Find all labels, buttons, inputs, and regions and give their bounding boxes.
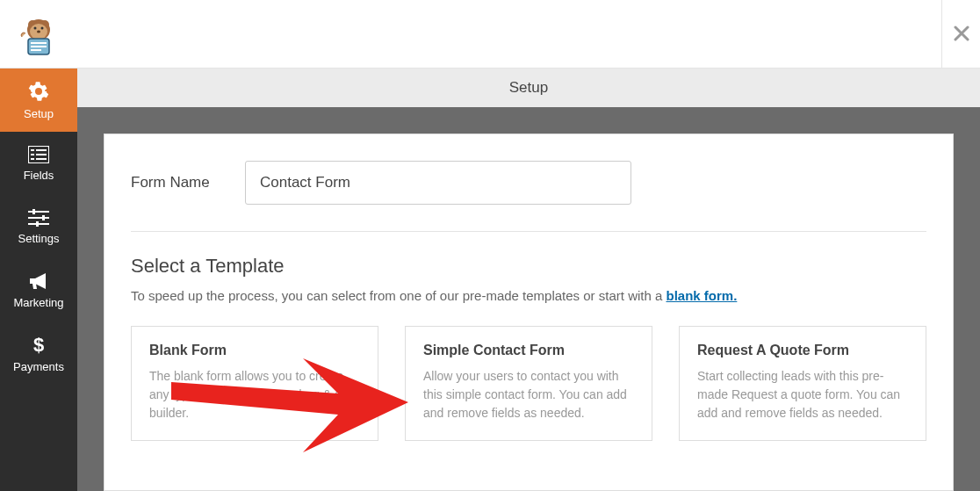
svg-rect-9 — [31, 46, 47, 47]
dollar-icon: $ — [32, 334, 46, 355]
sidebar-item-settings[interactable]: Settings — [0, 195, 77, 258]
sliders-icon — [28, 209, 49, 227]
svg-rect-10 — [31, 49, 41, 51]
svg-rect-23 — [36, 221, 39, 227]
page-title: Setup — [77, 69, 980, 107]
gear-icon — [28, 81, 49, 102]
template-card-title: Blank Form — [149, 343, 360, 358]
form-name-label: Form Name — [131, 174, 219, 191]
svg-point-4 — [34, 26, 37, 29]
template-card-request-quote-form[interactable]: Request A Quote Form Start collecting le… — [679, 326, 926, 441]
template-card-description: The blank form allows you to create any … — [149, 367, 360, 422]
sidebar-item-payments[interactable]: $ Payments — [0, 321, 77, 385]
sidebar-item-label: Payments — [13, 360, 64, 373]
svg-rect-8 — [31, 42, 47, 44]
svg-point-5 — [41, 26, 44, 29]
template-section-description: To speed up the process, you can select … — [131, 288, 926, 303]
svg-rect-14 — [31, 154, 34, 155]
list-icon — [28, 146, 49, 163]
svg-rect-19 — [32, 209, 35, 214]
sidebar-item-label: Setup — [24, 107, 54, 120]
template-section-title: Select a Template — [131, 255, 926, 278]
close-button[interactable] — [941, 0, 980, 69]
template-card-title: Request A Quote Form — [697, 343, 908, 358]
template-card-title: Simple Contact Form — [423, 343, 634, 358]
svg-rect-21 — [42, 215, 45, 220]
svg-rect-13 — [36, 149, 47, 151]
template-card-blank-form[interactable]: Blank Form The blank form allows you to … — [131, 326, 378, 441]
sidebar-item-label: Marketing — [13, 296, 63, 309]
template-card-description: Allow your users to contact you with thi… — [423, 367, 634, 422]
svg-rect-15 — [36, 154, 47, 155]
svg-rect-16 — [31, 158, 34, 160]
megaphone-icon — [28, 271, 49, 291]
svg-rect-12 — [31, 149, 34, 151]
template-card-simple-contact-form[interactable]: Simple Contact Form Allow your users to … — [405, 326, 652, 441]
sidebar-item-marketing[interactable]: Marketing — [0, 258, 77, 321]
template-card-description: Start collecting leads with this pre-mad… — [697, 367, 908, 422]
sidebar-item-setup[interactable]: Setup — [0, 69, 77, 132]
svg-point-6 — [37, 30, 40, 32]
svg-text:$: $ — [33, 334, 44, 355]
svg-rect-17 — [36, 158, 47, 160]
form-name-input[interactable] — [245, 161, 631, 205]
wpforms-logo — [0, 0, 77, 69]
sidebar-item-label: Fields — [24, 169, 54, 182]
svg-rect-20 — [28, 217, 49, 219]
sidebar-item-fields[interactable]: Fields — [0, 132, 77, 195]
sidebar-item-label: Settings — [18, 232, 60, 245]
svg-rect-18 — [28, 211, 49, 213]
close-icon — [954, 22, 969, 47]
blank-form-link[interactable]: blank form. — [666, 288, 737, 303]
sidebar: Setup Fields — [0, 69, 77, 491]
